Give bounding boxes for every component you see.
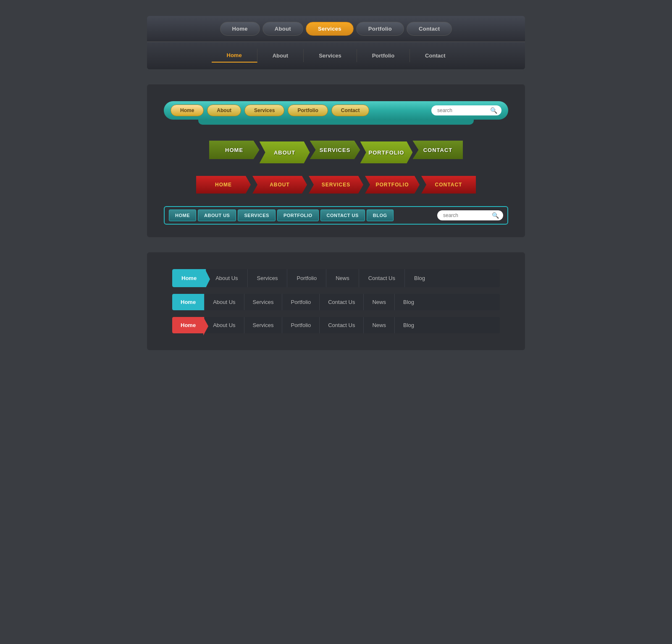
nav2-teal-contact[interactable]: Contact xyxy=(331,105,370,116)
nav1b-portfolio[interactable]: Portfolio xyxy=(357,49,410,62)
red-home[interactable]: HOME xyxy=(196,176,251,194)
nav2-teal-about[interactable]: About xyxy=(207,105,241,116)
panel-1: Home About Services Portfolio Contact Ho… xyxy=(147,16,525,69)
nav2-search-box: 🔍 xyxy=(431,105,501,115)
search-icon-2: 🔍 xyxy=(492,212,499,219)
nav2-teal2-search-input[interactable] xyxy=(443,212,489,218)
nav3-flat2-contactus[interactable]: Contact Us xyxy=(320,294,364,310)
nav3-flat2-news[interactable]: News xyxy=(364,294,395,310)
nav3-flat2-blog[interactable]: Blog xyxy=(395,294,423,310)
nav3-flat2: Home About Us Services Portfolio Contact… xyxy=(172,294,500,310)
nav3-flat1-home[interactable]: Home xyxy=(172,269,206,287)
nav3-flat2-services[interactable]: Services xyxy=(244,294,283,310)
red-portfolio[interactable]: PORTFOLIO xyxy=(365,176,420,194)
nav3-flat3-blog[interactable]: Blog xyxy=(395,317,423,333)
nav3-flat1-aboutus[interactable]: About Us xyxy=(206,269,247,287)
nav1-portfolio[interactable]: Portfolio xyxy=(356,22,404,36)
nav1-bottom: Home About Services Portfolio Contact xyxy=(147,42,525,69)
nav3-flat1-contactus[interactable]: Contact Us xyxy=(359,269,405,287)
nav3-flat1-portfolio[interactable]: Portfolio xyxy=(287,269,326,287)
nav1-contact[interactable]: Contact xyxy=(407,22,452,36)
nav1b-home[interactable]: Home xyxy=(212,49,257,63)
nav1b-services[interactable]: Services xyxy=(304,49,357,62)
nav3-flat3-contactus[interactable]: Contact Us xyxy=(320,317,364,333)
nav2-teal2-portfolio[interactable]: PORTFOLIO xyxy=(277,209,319,221)
nav3-flat1-news[interactable]: News xyxy=(326,269,359,287)
nav3-flat2-aboutus[interactable]: About Us xyxy=(205,294,244,310)
nav2-red: HOME ABOUT SERVICES PORTFOLIO CONTACT xyxy=(164,176,508,194)
nav2-teal-home[interactable]: Home xyxy=(171,105,204,116)
search-icon: 🔍 xyxy=(490,107,497,114)
nav2-teal2-aboutus[interactable]: ABOUT US xyxy=(198,209,236,221)
nav1-top: Home About Services Portfolio Contact xyxy=(147,16,525,42)
nav3-flat2-portfolio[interactable]: Portfolio xyxy=(282,294,320,310)
ribbon-portfolio[interactable]: PORTFOLIO xyxy=(360,141,413,163)
nav2-teal-services[interactable]: Services xyxy=(244,105,284,116)
nav2-teal2-blog[interactable]: BLOG xyxy=(367,209,394,221)
red-contact[interactable]: CONTACT xyxy=(421,176,476,194)
nav2-ribbon: HOME ABOUT SERVICES PORTFOLIO CONTACT xyxy=(164,136,508,163)
red-services[interactable]: SERVICES xyxy=(309,176,363,194)
nav3-flat1-services[interactable]: Services xyxy=(248,269,288,287)
nav2-teal2-home[interactable]: HOME xyxy=(169,209,196,221)
nav3-flat3-home[interactable]: Home xyxy=(172,317,205,333)
nav2-teal2-services[interactable]: SERVICES xyxy=(238,209,275,221)
nav3-flat1: Home About Us Services Portfolio News Co… xyxy=(172,269,500,287)
nav3-flat3-services[interactable]: Services xyxy=(244,317,283,333)
nav1-services[interactable]: Services xyxy=(306,22,354,36)
nav3-flat3: Home About Us Services Portfolio Contact… xyxy=(172,317,500,333)
nav2-teal2-contactus[interactable]: CONTACT US xyxy=(320,209,365,221)
ribbon-services[interactable]: SERVICES xyxy=(310,141,360,159)
nav2-teal2: HOME ABOUT US SERVICES PORTFOLIO CONTACT… xyxy=(164,206,508,225)
nav1-about[interactable]: About xyxy=(262,22,303,36)
nav1b-about[interactable]: About xyxy=(257,49,304,62)
ribbon-home[interactable]: HOME xyxy=(209,141,260,159)
nav3-flat3-portfolio[interactable]: Portfolio xyxy=(282,317,320,333)
ribbon-about[interactable]: ABOUT xyxy=(260,141,310,163)
nav1-home[interactable]: Home xyxy=(220,22,260,36)
nav2-teal-portfolio[interactable]: Portfolio xyxy=(288,105,328,116)
nav3-flat3-news[interactable]: News xyxy=(364,317,395,333)
nav2-search-input[interactable] xyxy=(437,107,488,113)
panel-3: Home About Us Services Portfolio News Co… xyxy=(147,252,525,350)
nav3-flat2-home[interactable]: Home xyxy=(172,294,205,310)
nav1b-contact[interactable]: Contact xyxy=(410,49,460,62)
nav2-teal: Home About Services Portfolio Contact 🔍 xyxy=(164,101,508,120)
nav3-flat3-aboutus[interactable]: About Us xyxy=(205,317,244,333)
ribbon-contact[interactable]: CONTACT xyxy=(412,141,463,159)
nav2-teal2-search-box: 🔍 xyxy=(437,210,503,220)
red-about[interactable]: ABOUT xyxy=(252,176,307,194)
panel-2: Home About Services Portfolio Contact 🔍 … xyxy=(147,84,525,237)
nav3-flat1-blog[interactable]: Blog xyxy=(405,269,434,287)
